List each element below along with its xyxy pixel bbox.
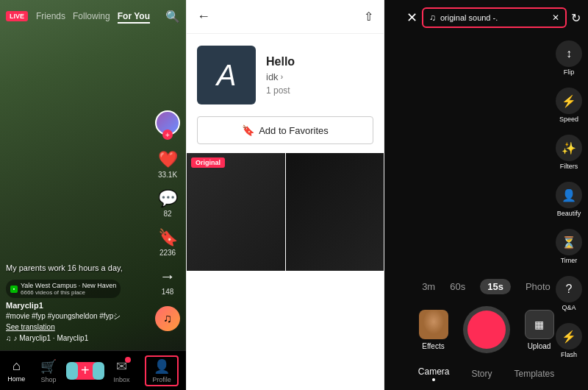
- speed-tool[interactable]: ⚡ Speed: [556, 88, 582, 123]
- heart-icon: ❤️: [158, 150, 178, 169]
- like-button[interactable]: ❤️ 33.1K: [158, 150, 178, 179]
- flip-icon: ↕: [556, 40, 582, 67]
- feed-bottom-text: ▪ Yale West Campus · New Haven 6666 vide…: [6, 280, 149, 342]
- shop-nav-item[interactable]: 🛒 Shop: [40, 358, 57, 383]
- sound-meta: Hello idk › 1 post: [266, 55, 373, 96]
- timer-icon: ⏳: [556, 229, 582, 255]
- timer-tool[interactable]: ⏳ Timer: [556, 229, 582, 264]
- sound-pill[interactable]: ♫ original sound -. ✕: [422, 7, 567, 28]
- story-tab[interactable]: Story: [471, 369, 492, 379]
- following-nav[interactable]: Following: [73, 11, 110, 21]
- filters-icon: ✨: [556, 135, 582, 161]
- search-icon[interactable]: 🔍: [165, 10, 180, 24]
- profile-icon: 👤: [154, 358, 170, 375]
- username[interactable]: Maryclip1: [6, 301, 149, 310]
- video-bg-1: [187, 153, 285, 271]
- sound-pill-close-icon[interactable]: ✕: [552, 13, 559, 23]
- templates-tab[interactable]: Templates: [514, 369, 555, 379]
- location-tag[interactable]: ▪ Yale West Campus · New Haven 6666 vide…: [6, 280, 121, 298]
- feed-panel: LIVE Friends Following For You 🔍 My pare…: [0, 0, 186, 390]
- duration-tabs: 3m 60s 15s Photo: [384, 279, 588, 294]
- camera-controls: Effects ▦ Upload: [384, 306, 588, 353]
- beautify-tool[interactable]: 👤 Beautify: [556, 182, 582, 217]
- beautify-icon: 👤: [556, 182, 582, 208]
- story-tab-label: Story: [471, 369, 492, 379]
- for-you-nav[interactable]: For You: [118, 11, 150, 21]
- share-icon-sound[interactable]: ⇧: [364, 10, 373, 24]
- follow-plus: +: [162, 130, 173, 140]
- flip-tool[interactable]: ↕ Flip: [556, 40, 582, 76]
- add-nav-item[interactable]: +: [72, 362, 98, 380]
- live-badge: LIVE: [6, 11, 28, 21]
- duration-photo[interactable]: Photo: [526, 281, 551, 292]
- chevron-right-icon: ›: [281, 73, 283, 81]
- share-button[interactable]: → 148: [159, 267, 176, 296]
- back-button[interactable]: ←: [197, 9, 210, 24]
- bookmark-count: 2236: [159, 249, 176, 257]
- flip-label: Flip: [564, 68, 575, 76]
- friends-nav[interactable]: Friends: [36, 11, 65, 21]
- duration-3m[interactable]: 3m: [422, 281, 435, 292]
- avatar-follow[interactable]: +: [155, 110, 180, 135]
- music-note: ♫: [6, 334, 12, 342]
- duration-60s[interactable]: 60s: [450, 281, 465, 292]
- music-disc[interactable]: ♫: [155, 306, 180, 331]
- share-count: 148: [162, 288, 174, 296]
- bookmark-add-icon: 🔖: [242, 124, 254, 136]
- comment-button[interactable]: 💬 82: [158, 189, 178, 218]
- filters-tool[interactable]: ✨ Filters: [556, 135, 582, 170]
- original-badge: Original: [191, 157, 225, 168]
- profile-label: Profile: [152, 376, 171, 383]
- duration-15s[interactable]: 15s: [480, 279, 511, 294]
- sound-thumbnail: A: [197, 46, 256, 104]
- sound-video-item-1[interactable]: Original: [187, 153, 285, 271]
- add-fav-label: Add to Favorites: [259, 125, 329, 136]
- home-label: Home: [7, 375, 25, 383]
- add-icon: +: [72, 362, 98, 380]
- camera-tab-label: Camera: [418, 366, 450, 377]
- like-count: 33.1K: [158, 171, 177, 179]
- upload-button[interactable]: ▦ Upload: [525, 310, 554, 350]
- record-button[interactable]: [463, 306, 510, 353]
- templates-tab-label: Templates: [514, 369, 555, 379]
- see-translation[interactable]: See translation: [6, 323, 149, 331]
- upload-thumbnail: ▦: [525, 310, 554, 339]
- profile-nav-item[interactable]: 👤 Profile: [145, 355, 179, 386]
- hashtags[interactable]: #movie #fyp #youngsheldon #fypシ: [6, 311, 149, 322]
- music-tag[interactable]: ♫ ♪ Maryclip1 · Maryclip1: [6, 334, 149, 342]
- timer-label: Timer: [561, 257, 578, 264]
- sound-thumb-letter: A: [217, 59, 237, 92]
- inbox-label: Inbox: [113, 376, 129, 383]
- bookmark-button[interactable]: 🔖 2236: [158, 228, 178, 257]
- location-icon: ▪: [10, 286, 18, 293]
- location-name: Yale West Campus · New Haven 6666 videos…: [21, 282, 116, 296]
- beautify-label: Beautify: [557, 210, 581, 217]
- flip-camera-icon[interactable]: ↻: [571, 11, 581, 25]
- upload-icon: ▦: [534, 319, 544, 330]
- speed-icon: ⚡: [556, 88, 582, 114]
- inbox-nav-item[interactable]: ✉ Inbox: [113, 358, 129, 383]
- bookmark-icon: 🔖: [158, 228, 178, 247]
- add-to-favorites-button[interactable]: 🔖 Add to Favorites: [197, 116, 373, 144]
- sound-header: ← ⇧: [187, 0, 384, 34]
- sound-video-item-2[interactable]: [286, 153, 384, 271]
- close-sound-button[interactable]: ✕: [406, 11, 417, 24]
- record-button-inner: [467, 311, 506, 349]
- shop-icon: 🛒: [40, 358, 57, 375]
- comment-icon: 💬: [158, 189, 178, 208]
- sound-panel: ← ⇧ A Hello idk › 1 post 🔖 Add to Favori…: [186, 0, 384, 390]
- right-actions: + ❤️ 33.1K 💬 82 🔖 2236 → 148 ♫: [155, 110, 180, 331]
- video-bg-2: [286, 153, 384, 271]
- active-tab-indicator: [432, 378, 435, 381]
- video-caption: My parents work 16 hours a day,: [6, 263, 123, 272]
- home-nav-item[interactable]: ⌂ Home: [7, 358, 25, 383]
- sound-author[interactable]: idk ›: [266, 71, 373, 82]
- music-note-icon: ♫: [429, 13, 436, 23]
- sound-post-count: 1 post: [266, 85, 373, 96]
- sound-info: A Hello idk › 1 post: [187, 34, 384, 116]
- add-button[interactable]: +: [72, 362, 98, 380]
- effects-label: Effects: [422, 342, 444, 350]
- effects-button[interactable]: Effects: [419, 310, 448, 350]
- camera-tab[interactable]: Camera: [418, 366, 450, 381]
- inbox-badge-dot: [125, 357, 131, 363]
